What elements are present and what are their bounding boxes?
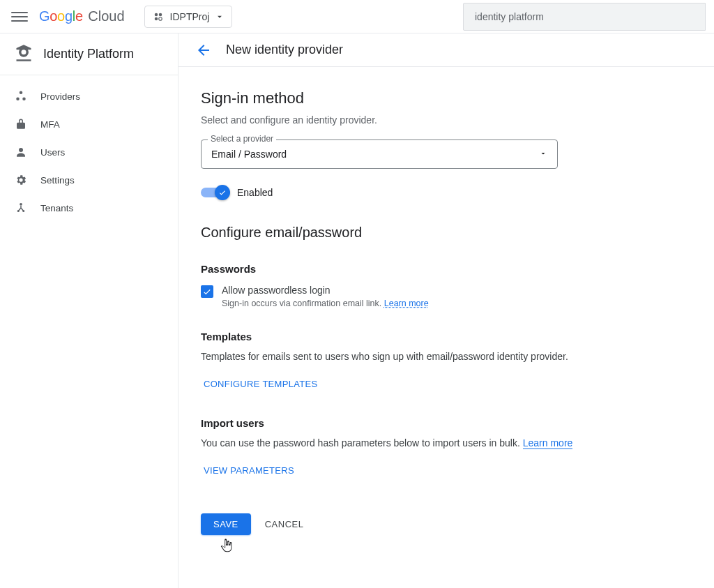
templates-title: Templates [201,331,692,342]
page-title: New identity provider [226,43,343,57]
save-button[interactable]: SAVE [201,513,251,535]
signin-method-sub: Select and configure an identity provide… [201,114,692,126]
svg-point-3 [158,17,162,20]
passwordless-help: Sign-in occurs via confirmation email li… [222,299,429,308]
learn-more-link[interactable]: Learn more [384,299,429,308]
sidebar-item-users[interactable]: Users [0,138,178,166]
identity-platform-icon [14,43,33,65]
tenants-icon [14,201,28,215]
main-content: New identity provider Sign-in method Sel… [178,33,714,588]
check-icon [202,287,212,296]
sidebar-item-label: Tenants [40,203,73,213]
sidebar-item-label: Settings [40,175,75,186]
svg-point-4 [20,91,23,95]
lock-icon [14,117,28,131]
svg-point-7 [19,148,23,152]
provider-select[interactable]: Email / Password [201,140,558,169]
sidebar-item-providers[interactable]: Providers [0,82,178,110]
cancel-button[interactable]: CANCEL [265,519,304,529]
signin-method-title: Sign-in method [201,89,692,107]
user-icon [14,145,28,159]
search-input[interactable]: identity platform [463,3,706,31]
import-users-desc: You can use the password hash parameters… [201,437,692,448]
select-label: Select a provider [208,134,276,144]
svg-point-8 [20,203,22,206]
enabled-toggle[interactable] [201,186,229,199]
passwords-title: Passwords [201,263,692,275]
view-parameters-button[interactable]: VIEW PARAMETERS [201,460,297,481]
product-title: Identity Platform [43,47,134,61]
search-value: identity platform [475,11,544,22]
content-header: New identity provider [178,33,714,67]
templates-desc: Templates for emails sent to users who s… [201,351,692,362]
back-arrow-icon[interactable] [195,42,212,59]
passwordless-checkbox[interactable] [201,285,213,298]
sidebar: Identity Platform Providers MFA Users Se… [0,33,178,588]
sidebar-item-mfa[interactable]: MFA [0,110,178,138]
configure-templates-button[interactable]: CONFIGURE TEMPLATES [201,373,320,395]
svg-point-2 [154,17,158,20]
providers-icon [14,89,28,103]
svg-point-1 [158,13,162,16]
svg-point-9 [17,210,20,212]
project-icon [152,10,165,23]
top-bar: Google Cloud IDPTProj identity platform [0,0,714,33]
sidebar-item-label: Providers [40,91,80,102]
svg-point-6 [22,98,26,101]
enabled-label: Enabled [237,187,273,198]
sidebar-item-label: MFA [40,119,60,130]
project-picker[interactable]: IDPTProj [144,6,233,28]
passwordless-label: Allow passwordless login [222,285,429,296]
import-users-title: Import users [201,417,692,429]
select-value: Email / Password [211,149,287,160]
config-title: Configure email/password [201,225,692,241]
sidebar-item-settings[interactable]: Settings [0,166,178,194]
project-name: IDPTProj [170,11,210,22]
svg-point-0 [154,13,158,16]
google-cloud-logo[interactable]: Google Cloud [39,8,125,24]
nav-menu-icon[interactable] [11,8,28,25]
sidebar-item-tenants[interactable]: Tenants [0,194,178,222]
svg-point-10 [22,210,24,212]
chevron-down-icon [539,149,547,160]
gear-icon [14,173,28,187]
svg-point-5 [16,98,20,101]
check-icon [215,185,230,200]
chevron-down-icon [215,12,225,22]
sidebar-header[interactable]: Identity Platform [0,33,178,75]
sidebar-item-label: Users [40,147,65,158]
learn-more-link[interactable]: Learn more [523,437,573,449]
